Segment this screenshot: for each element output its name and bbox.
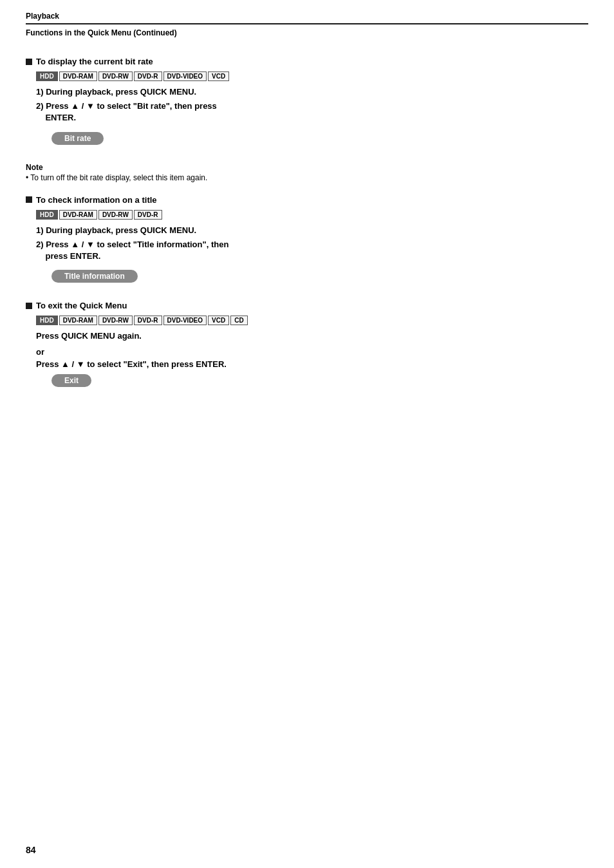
page-container: Playback Functions in the Quick Menu (Co…	[0, 0, 614, 431]
bit-rate-step-2: 2) Press ▲ / ▼ to select "Bit rate", the…	[36, 100, 588, 124]
title-info-heading-text: To check information on a title	[36, 195, 157, 205]
bullet-icon-2	[26, 196, 32, 203]
title-info-badge-row: HDD DVD-RAM DVD-RW DVD-R	[36, 210, 588, 220]
note-title: Note	[26, 163, 588, 172]
exit-badge-row: HDD DVD-RAM DVD-RW DVD-R DVD-VIDEO VCD C…	[36, 316, 588, 325]
badge-dvdr-3: DVD-R	[134, 316, 162, 325]
page-number: 84	[26, 845, 36, 855]
section-subtitle: Functions in the Quick Menu (Continued)	[26, 28, 588, 37]
exit-section: To exit the Quick Menu HDD DVD-RAM DVD-R…	[26, 301, 588, 392]
badge-dvdvideo-3: DVD-VIDEO	[163, 316, 207, 325]
badge-dvdrw-3: DVD-RW	[98, 316, 133, 325]
exit-display: Exit	[51, 374, 91, 387]
note-text: • To turn off the bit rate display, sele…	[26, 173, 207, 182]
exit-steps: Press QUICK MENU again.	[36, 330, 588, 342]
bit-rate-badge-row: HDD DVD-RAM DVD-RW DVD-R DVD-VIDEO VCD	[36, 71, 588, 81]
badge-vcd-3: VCD	[208, 316, 229, 325]
exit-heading: To exit the Quick Menu	[26, 301, 588, 310]
note-bullet: • To turn off the bit rate display, sele…	[26, 173, 588, 182]
note-section: Note • To turn off the bit rate display,…	[26, 163, 588, 182]
top-section: Playback	[26, 12, 588, 24]
exit-press-quick: Press QUICK MENU again.	[36, 330, 588, 342]
badge-hdd-1: HDD	[36, 71, 58, 81]
badge-dvdr-1: DVD-R	[134, 71, 162, 81]
title-info-section: To check information on a title HDD DVD-…	[26, 195, 588, 288]
bullet-icon	[26, 59, 32, 65]
page-category: Playback	[26, 12, 588, 21]
bullet-icon-3	[26, 303, 32, 309]
badge-dvdrw-2: DVD-RW	[98, 210, 133, 220]
badge-dvdram-3: DVD-RAM	[59, 316, 97, 325]
badge-cd-3: CD	[230, 316, 247, 325]
badge-hdd-3: HDD	[36, 316, 58, 325]
bit-rate-step-1: 1) During playback, press QUICK MENU.	[36, 86, 588, 98]
bit-rate-section: To display the current bit rate HDD DVD-…	[26, 57, 588, 150]
bit-rate-heading-text: To display the current bit rate	[36, 57, 153, 66]
title-info-steps: 1) During playback, press QUICK MENU. 2)…	[36, 225, 588, 263]
badge-dvdram-1: DVD-RAM	[59, 71, 97, 81]
or-text: or	[36, 347, 588, 357]
bit-rate-steps: 1) During playback, press QUICK MENU. 2)…	[36, 86, 588, 124]
badge-vcd-1: VCD	[208, 71, 229, 81]
exit-heading-text: To exit the Quick Menu	[36, 301, 127, 310]
title-info-display: Title information	[51, 270, 138, 283]
title-info-heading: To check information on a title	[26, 195, 588, 205]
badge-dvdrw-1: DVD-RW	[98, 71, 133, 81]
badge-dvdr-2: DVD-R	[134, 210, 162, 220]
badge-dvdram-2: DVD-RAM	[59, 210, 97, 220]
bit-rate-heading: To display the current bit rate	[26, 57, 588, 66]
bit-rate-display: Bit rate	[51, 132, 104, 145]
badge-hdd-2: HDD	[36, 210, 58, 220]
press-enter-text: Press ▲ / ▼ to select "Exit", then press…	[36, 359, 588, 369]
title-info-step-1: 1) During playback, press QUICK MENU.	[36, 225, 588, 236]
title-info-step-2: 2) Press ▲ / ▼ to select "Title informat…	[36, 239, 588, 262]
badge-dvdvideo-1: DVD-VIDEO	[163, 71, 207, 81]
